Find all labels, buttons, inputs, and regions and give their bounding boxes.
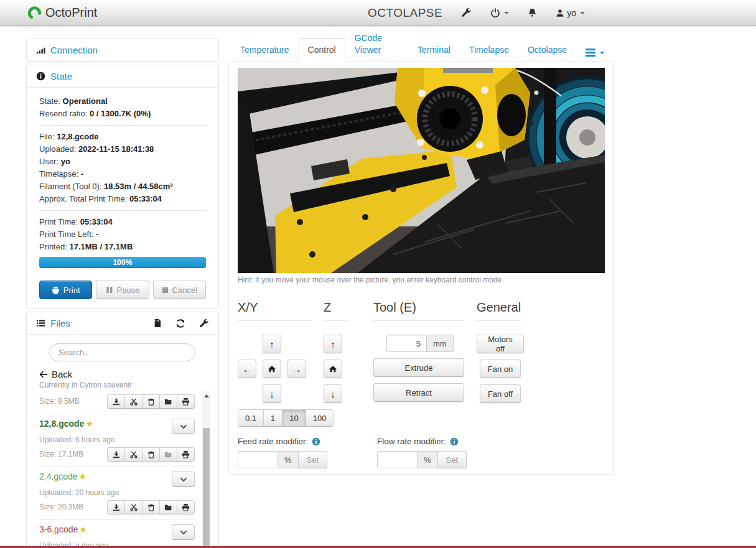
- motors-off-button[interactable]: Motors off: [477, 335, 524, 353]
- tab-temperature[interactable]: Temperature: [231, 38, 299, 62]
- sd-card-button[interactable]: [152, 318, 162, 328]
- file-details-toggle[interactable]: [172, 419, 195, 434]
- home-icon: [268, 365, 276, 373]
- print-file-button[interactable]: [177, 394, 195, 409]
- slice-file-button[interactable]: [124, 500, 142, 514]
- signal-icon: [36, 45, 45, 55]
- jog-x-minus-button[interactable]: ←: [238, 360, 256, 378]
- keyboard-hint: Hint: If you move your mouse over the pi…: [238, 276, 605, 284]
- notifications-button[interactable]: [528, 8, 537, 17]
- slice-file-button[interactable]: [124, 394, 142, 409]
- download-file-button[interactable]: [107, 500, 125, 514]
- state-uploaded: Uploaded: 2022-11-15 18:41:38: [39, 143, 206, 156]
- delete-file-button[interactable]: [142, 394, 160, 409]
- move-file-button[interactable]: [159, 447, 177, 462]
- tab-gcode-viewer[interactable]: GCode Viewer: [345, 26, 408, 62]
- flow-rate-set-button[interactable]: Set: [437, 451, 467, 468]
- settings-button[interactable]: [461, 7, 472, 18]
- file-details-toggle[interactable]: [172, 524, 195, 540]
- files-panel: Files Back Currently in Cytron souvenir: [26, 312, 219, 548]
- folder-back-button[interactable]: Back: [39, 369, 218, 379]
- extrusion-amount-input[interactable]: [386, 335, 427, 352]
- flow-rate-label: Flow rate modifier:: [377, 437, 467, 446]
- file-name[interactable]: 3-6.gcode: [39, 524, 78, 534]
- connection-panel-title[interactable]: Connection: [50, 45, 98, 55]
- move-file-button[interactable]: [159, 500, 177, 514]
- pause-button[interactable]: Pause: [96, 281, 149, 299]
- info-icon[interactable]: [450, 437, 459, 446]
- tab-terminal[interactable]: Terminal: [408, 38, 460, 62]
- scrollbar-thumb[interactable]: [203, 428, 210, 547]
- retract-button[interactable]: Retract: [373, 383, 464, 402]
- top-navbar: OctoPrint OCTOLAPSE yo: [0, 0, 756, 26]
- state-file: File: 12,8.gcode: [39, 131, 206, 143]
- brand-title: OctoPrint: [45, 6, 97, 20]
- file-search-input[interactable]: [49, 343, 195, 361]
- state-panel-title[interactable]: State: [50, 71, 72, 81]
- slice-file-button[interactable]: [124, 447, 142, 462]
- star-icon[interactable]: ★: [85, 419, 93, 429]
- step-size-1-button[interactable]: 1: [263, 409, 282, 427]
- state-filament: Filament (Tool 0): 18.53m / 44.58cm³: [39, 180, 206, 193]
- folder-icon: [164, 450, 172, 458]
- system-menu-button[interactable]: [490, 8, 509, 18]
- user-menu-button[interactable]: yo: [556, 8, 585, 18]
- info-icon[interactable]: [312, 437, 320, 446]
- jog-y-plus-button[interactable]: ↑: [263, 335, 281, 353]
- print-file-button[interactable]: [177, 500, 195, 514]
- file-name[interactable]: 12,8.gcode: [39, 419, 84, 429]
- files-scrollbar[interactable]: [202, 391, 210, 547]
- current-folder-label: Currently in Cytron souvenir: [39, 381, 218, 389]
- print-button[interactable]: Print: [39, 281, 92, 299]
- star-icon[interactable]: ★: [79, 524, 87, 534]
- home-z-button[interactable]: [324, 360, 342, 378]
- fan-on-button[interactable]: Fan on: [480, 360, 521, 378]
- file-name[interactable]: 2,4.gcode: [39, 471, 78, 481]
- cancel-button[interactable]: Cancel: [153, 281, 206, 299]
- extrude-button[interactable]: Extrude: [373, 358, 464, 377]
- jog-x-plus-button[interactable]: →: [287, 360, 306, 378]
- tab-timelapse[interactable]: Timelapse: [460, 38, 518, 62]
- webcam-image[interactable]: [238, 68, 605, 273]
- refresh-files-button[interactable]: [175, 318, 185, 328]
- delete-file-button[interactable]: [142, 500, 160, 514]
- tab-octolapse[interactable]: Octolapse: [518, 38, 576, 62]
- sidebar: Connection State State: Operational Rese…: [26, 39, 219, 548]
- download-file-button[interactable]: [107, 394, 125, 409]
- tab-control[interactable]: Control: [299, 38, 345, 62]
- delete-file-button[interactable]: [142, 447, 160, 462]
- home-xy-button[interactable]: [263, 360, 281, 378]
- print-progress-value: 100%: [113, 258, 133, 267]
- brand[interactable]: OctoPrint: [28, 6, 97, 20]
- divider: [39, 210, 206, 211]
- tab-overflow-menu[interactable]: [576, 42, 614, 62]
- file-list: Size: 9.5MB 12,8.gcode: [39, 392, 218, 548]
- scroll-up-button[interactable]: [202, 391, 210, 401]
- files-settings-button[interactable]: [199, 318, 209, 328]
- arrow-left-icon: ←: [243, 364, 252, 374]
- state-approx-time: Approx. Total Print Time: 05:33:04: [39, 193, 206, 205]
- file-details-toggle[interactable]: [172, 471, 195, 487]
- file-row: Size: 9.5MB: [39, 392, 195, 414]
- chevron-down-icon: [504, 12, 509, 14]
- jog-z-plus-button[interactable]: ↑: [324, 335, 342, 353]
- state-timelapse: Timelapse: -: [39, 168, 206, 180]
- arrow-up-icon: ↑: [269, 339, 274, 350]
- step-size-10-button[interactable]: 10: [282, 409, 306, 427]
- feed-rate-set-button[interactable]: Set: [298, 451, 328, 468]
- fan-off-button[interactable]: Fan off: [480, 384, 521, 403]
- trash-icon: [147, 504, 155, 511]
- file-row: 2,4.gcode ★ Uploaded: 20 hours ago Size:…: [39, 467, 195, 519]
- jog-y-minus-button[interactable]: ↓: [263, 384, 281, 403]
- move-file-button[interactable]: [159, 394, 177, 409]
- print-file-button[interactable]: [177, 447, 195, 462]
- flow-rate-input[interactable]: [377, 451, 418, 468]
- download-file-button[interactable]: [107, 447, 125, 462]
- feed-rate-unit: %: [278, 451, 299, 468]
- trash-icon: [147, 398, 155, 406]
- files-panel-title[interactable]: Files: [50, 318, 70, 328]
- feed-rate-input[interactable]: [238, 451, 278, 468]
- step-size-0.1-button[interactable]: 0.1: [238, 409, 264, 427]
- star-icon[interactable]: ★: [79, 471, 87, 481]
- jog-z-minus-button[interactable]: ↓: [324, 384, 342, 403]
